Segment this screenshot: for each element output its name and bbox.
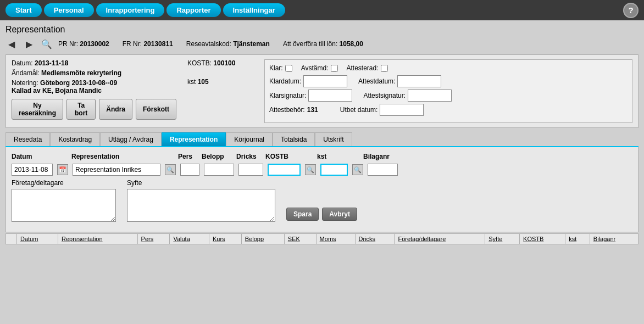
table-col-representation[interactable]: Representation xyxy=(58,234,137,244)
table-col-belopp[interactable]: Belopp xyxy=(241,234,284,244)
table-col-dricks[interactable]: Dricks xyxy=(355,234,395,244)
table-col-moms[interactable]: Moms xyxy=(316,234,355,244)
klarsignatur-field: Klarsignatur: xyxy=(269,90,352,102)
foretag-textarea[interactable] xyxy=(12,189,116,222)
bilaganr-input[interactable] xyxy=(368,164,398,176)
klardatum-input[interactable] xyxy=(303,75,347,87)
tab-utlagg[interactable]: Utlägg / Avdrag xyxy=(100,132,162,146)
table-col-foretag[interactable]: Företag/deltagare xyxy=(395,234,485,244)
pers-input[interactable] xyxy=(180,164,199,176)
nav-tab-rapporter[interactable]: Rapporter xyxy=(166,3,220,17)
kostb-input[interactable] xyxy=(268,164,301,176)
table-col-syfte[interactable]: Syfte xyxy=(485,234,520,244)
table-header-row: Datum Representation Pers Valuta Kurs Be… xyxy=(6,234,639,244)
table-col-kostb[interactable]: KOSTB xyxy=(520,234,565,244)
avstmd-checkbox[interactable] xyxy=(331,65,338,72)
spara-button[interactable]: Spara xyxy=(286,208,319,221)
fr-nr-value: 20130811 xyxy=(143,40,173,48)
ny-reserakning-button[interactable]: Ny reseräkning xyxy=(12,99,63,120)
syfte-col: Syfte xyxy=(127,179,275,222)
kst-value: 105 xyxy=(198,78,209,86)
page-title: Representation xyxy=(5,25,639,35)
attesterad-checkbox[interactable] xyxy=(381,65,388,72)
datum-row: Datum: 2013-11-18 xyxy=(12,59,176,67)
andamal-value: Medlemsmöte rekrytering xyxy=(41,69,121,77)
info-right: Klar: Avstämd: Attesterad: Klardatum: xyxy=(264,59,632,123)
lon-value: 1058,00 xyxy=(340,40,363,48)
bottom-table: Datum Representation Pers Valuta Kurs Be… xyxy=(5,233,639,244)
notering-row: Notering: Göteborg 2013-10-08--09 Kallad… xyxy=(12,79,176,94)
info-middle: KOSTB: 100100 kst 105 xyxy=(187,59,264,123)
fr-nr-label: FR Nr: 20130811 xyxy=(123,40,173,48)
info-left: Datum: 2013-11-18 Ändamål: Medlemsmöte r… xyxy=(12,59,187,123)
syfte-label: Syfte xyxy=(127,179,275,187)
klardatum-field: Klardatum: xyxy=(269,75,347,87)
tab-totalsida[interactable]: Totalsida xyxy=(273,132,315,146)
kostb-row: KOSTB: 100100 xyxy=(187,59,253,67)
field-row-3: Attestbehör: 131 Utbet datum: xyxy=(269,104,628,116)
avbryt-button[interactable]: Avbryt xyxy=(322,208,357,221)
table-col-sek[interactable]: SEK xyxy=(284,234,316,244)
attestbehor-value: 131 xyxy=(307,106,318,114)
form-labels-row: Datum Representation Pers Belopp Dricks … xyxy=(12,153,632,160)
toolbar-info: PR Nr: 20130002 FR Nr: 20130811 Reseavta… xyxy=(58,40,639,48)
utbet-field: Utbet datum: xyxy=(340,104,424,116)
field-row-1: Klardatum: Attestdatum: xyxy=(269,75,628,87)
table-col-kurs[interactable]: Kurs xyxy=(209,234,241,244)
klar-checkbox[interactable] xyxy=(285,65,292,72)
datum-value: 2013-11-18 xyxy=(35,59,68,67)
top-navigation: Start Personal Inrapportering Rapporter … xyxy=(0,0,644,20)
table-col-pers[interactable]: Pers xyxy=(137,234,170,244)
nav-tab-personal[interactable]: Personal xyxy=(44,3,94,17)
representation-search-button[interactable]: 🔍 xyxy=(165,164,176,175)
dricks-input[interactable] xyxy=(238,164,263,176)
belopp-input[interactable] xyxy=(204,164,234,176)
dricks-col-header: Dricks xyxy=(236,153,261,160)
attestdatum-input[interactable] xyxy=(397,75,441,87)
two-col-form: Företag/deltagare Syfte Spara Avbryt xyxy=(12,179,632,222)
kst-input[interactable] xyxy=(320,164,348,176)
repr-col-header: Representation xyxy=(71,153,159,160)
action-buttons: Ny reseräkning Ta bort Ändra Förskott xyxy=(12,99,176,120)
tab-resedata[interactable]: Resedata xyxy=(5,132,50,146)
form-inputs-row: 📅 🔍 🔍 🔍 xyxy=(12,164,632,176)
datum-input[interactable] xyxy=(12,164,53,176)
datum-col-header: Datum xyxy=(12,153,53,160)
kst-row: kst 105 xyxy=(187,78,253,86)
kostb-value: 100100 xyxy=(213,59,235,67)
nav-tab-inrapportering[interactable]: Inrapportering xyxy=(96,3,165,17)
search-icon[interactable]: 🔍 xyxy=(41,38,53,50)
play-icon[interactable]: ▶ xyxy=(23,38,35,50)
tab-row: Resedata Kostavdrag Utlägg / Avdrag Repr… xyxy=(5,132,639,147)
table-col-bilaganr[interactable]: Bilaganr xyxy=(590,234,638,244)
tab-kostavdrag[interactable]: Kostavdrag xyxy=(50,132,100,146)
bilaganr-col-header: Bilaganr xyxy=(363,153,393,160)
forskott-button[interactable]: Förskott xyxy=(136,99,176,120)
table-col-kst[interactable]: kst xyxy=(565,234,590,244)
attestsignatur-input[interactable] xyxy=(408,90,452,102)
representation-input[interactable] xyxy=(73,164,160,176)
tab-korjournal[interactable]: Körjournal xyxy=(226,132,273,146)
ta-bort-button[interactable]: Ta bort xyxy=(66,99,96,120)
reseavtal-value: Tjänsteman xyxy=(233,40,270,48)
kostb-search-button[interactable]: 🔍 xyxy=(305,164,316,175)
notering-line2: Kallad av KE, Bojana Mandic xyxy=(12,87,102,94)
kst-col-header: kst xyxy=(317,153,345,160)
tab-representation[interactable]: Representation xyxy=(162,132,226,146)
utbet-input[interactable] xyxy=(380,104,424,116)
nav-tab-start[interactable]: Start xyxy=(5,3,42,17)
kostb-col-header: KOSTB xyxy=(265,153,298,160)
table-col-datum[interactable]: Datum xyxy=(17,234,58,244)
andra-button[interactable]: Ändra xyxy=(99,99,132,120)
syfte-textarea[interactable] xyxy=(127,189,275,222)
attestsignatur-field: Attestsignatur: xyxy=(363,90,452,102)
tab-utskrift[interactable]: Utskrift xyxy=(315,132,352,146)
kst-search-button[interactable]: 🔍 xyxy=(352,164,363,175)
table-col-valuta[interactable]: Valuta xyxy=(170,234,209,244)
nav-tab-installningar[interactable]: Inställningar xyxy=(223,3,285,17)
calendar-button[interactable]: 📅 xyxy=(57,164,68,175)
help-icon[interactable]: ? xyxy=(623,3,639,18)
toolbar-row: ◀ ▶ 🔍 PR Nr: 20130002 FR Nr: 20130811 Re… xyxy=(5,38,639,50)
back-icon[interactable]: ◀ xyxy=(5,38,18,50)
klarsignatur-input[interactable] xyxy=(308,90,352,102)
